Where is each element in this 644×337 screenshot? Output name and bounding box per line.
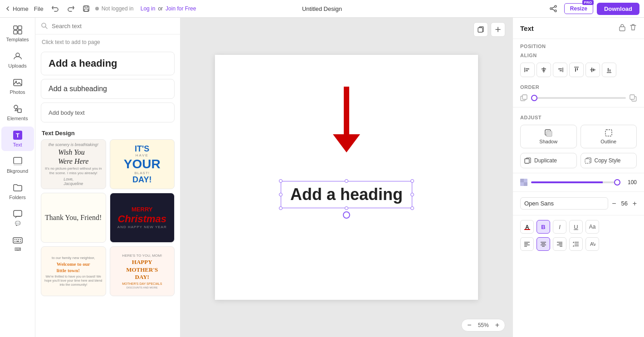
- share-button[interactable]: [546, 1, 561, 16]
- right-resize-handle[interactable]: [508, 18, 512, 337]
- add-body-button[interactable]: Add body text: [41, 103, 175, 122]
- zoom-in-button[interactable]: +: [495, 321, 499, 329]
- text-template-merry[interactable]: MERRY Christmas AND HAPPY NEW YEAR: [110, 193, 175, 243]
- download-button[interactable]: Download: [597, 3, 639, 15]
- rotate-handle[interactable]: [343, 211, 350, 219]
- align-bottom-button[interactable]: [602, 63, 616, 77]
- italic-label: I: [559, 224, 561, 230]
- save-icon-button[interactable]: [80, 2, 93, 15]
- shadow-button[interactable]: Shadow: [520, 125, 577, 148]
- right-panel-title: Text: [520, 24, 534, 32]
- text-template-welcome[interactable]: to our family new neighbor, Welcome to o…: [41, 246, 106, 296]
- align-right-button[interactable]: [553, 63, 567, 77]
- resize-handle-ml[interactable]: [279, 193, 283, 196]
- folder-icon: [13, 183, 23, 193]
- resize-handle-tr[interactable]: [410, 179, 414, 183]
- undo-button[interactable]: [49, 2, 62, 15]
- upload-icon: [13, 51, 23, 61]
- special-characters-button[interactable]: AV: [585, 237, 599, 251]
- resize-handle-mr[interactable]: [410, 193, 414, 196]
- sidebar-item-elements[interactable]: Elements: [1, 100, 34, 125]
- svg-rect-46: [560, 70, 562, 71]
- font-size-control: − 56 +: [612, 200, 637, 208]
- selected-text-box[interactable]: Add a heading: [281, 181, 412, 208]
- underline-button[interactable]: U: [569, 220, 583, 234]
- sidebar-item-folders[interactable]: Folders: [1, 179, 34, 204]
- login-link[interactable]: Log in: [141, 5, 156, 12]
- italic-button[interactable]: I: [553, 220, 566, 234]
- sidebar-item-background[interactable]: Bkground: [1, 153, 34, 177]
- text-template-thank[interactable]: Thank You, Friend!: [41, 193, 106, 243]
- duplicate-button[interactable]: Duplicate: [520, 153, 577, 168]
- brush-icon: [13, 156, 23, 166]
- font-size-decrease[interactable]: −: [612, 200, 616, 208]
- sidebar-item-text[interactable]: T Text: [1, 127, 34, 151]
- align-left-button[interactable]: [520, 63, 535, 77]
- sidebar-label-photos: Photos: [10, 89, 25, 95]
- text-template-mothers[interactable]: HERE'S TO YOU, MOM! HAPPYMOTHER'SDAY! MO…: [110, 246, 175, 296]
- redo-button[interactable]: [64, 2, 77, 15]
- svg-rect-62: [605, 130, 612, 136]
- svg-rect-13: [14, 79, 22, 86]
- align-text-right-button[interactable]: [553, 237, 566, 251]
- sidebar-label-templates: Templates: [6, 37, 29, 42]
- align-text-center-button[interactable]: [537, 237, 550, 251]
- sidebar-item-keyboard[interactable]: ⌨: [1, 231, 34, 255]
- sidebar-item-comments[interactable]: 💬: [1, 205, 34, 230]
- sidebar-item-uploads[interactable]: Uploads: [1, 48, 34, 72]
- chevron-left-icon: [5, 5, 11, 12]
- resize-handle-tm[interactable]: [345, 179, 348, 183]
- line-spacing-button[interactable]: [569, 237, 583, 251]
- resize-handle-tl[interactable]: [279, 179, 283, 183]
- left-resize-handle[interactable]: [181, 18, 185, 337]
- zoom-out-button[interactable]: −: [467, 321, 471, 329]
- font-size-increase[interactable]: +: [633, 200, 637, 208]
- duplicate-page-button[interactable]: [473, 22, 488, 37]
- lock-icon[interactable]: [619, 23, 626, 33]
- copy-style-button[interactable]: Copy Style: [581, 153, 637, 168]
- search-input[interactable]: [52, 23, 175, 29]
- text-case-button[interactable]: Aa: [585, 220, 599, 234]
- add-page-button[interactable]: [491, 22, 505, 37]
- add-subheading-button[interactable]: Add a subheading: [41, 79, 175, 99]
- align-top-button[interactable]: [569, 63, 584, 77]
- bold-button[interactable]: B: [537, 220, 550, 234]
- order-slider[interactable]: [531, 97, 626, 99]
- resize-handle-br[interactable]: [410, 206, 414, 210]
- copy-style-icon: [585, 157, 592, 164]
- resize-button[interactable]: Resize PRO: [564, 3, 593, 14]
- sidebar-label-comments: 💬: [15, 221, 20, 226]
- text-template-wish[interactable]: the scenery is breathtaking! Wish YouWer…: [41, 139, 106, 189]
- join-link[interactable]: Join for Free: [166, 5, 196, 12]
- outline-button[interactable]: Outline: [581, 125, 637, 148]
- sidebar-item-photos[interactable]: Photos: [1, 74, 34, 98]
- svg-rect-8: [14, 26, 17, 29]
- file-menu[interactable]: File: [31, 4, 46, 14]
- svg-rect-24: [16, 239, 17, 240]
- font-selector[interactable]: Open Sans Arial Georgia Times New Roman …: [520, 197, 608, 210]
- align-middle-h-button[interactable]: [585, 63, 600, 77]
- text-template-its[interactable]: IT'S HAVE YOUR BLAST! DAY!: [110, 139, 175, 189]
- duplicate-element-icon: [524, 157, 532, 164]
- design-title[interactable]: Untitled Design: [302, 5, 342, 12]
- align-text-left-button[interactable]: [520, 237, 534, 251]
- svg-rect-45: [558, 68, 562, 69]
- align-center-v-button[interactable]: [537, 63, 551, 77]
- add-heading-button[interactable]: Add a heading: [41, 52, 175, 75]
- keyboard-icon: [13, 235, 23, 245]
- topbar: Home File Not logged in Log in or Join f…: [0, 0, 644, 18]
- body-label: Add body text: [49, 109, 85, 116]
- opacity-slider[interactable]: [531, 181, 620, 183]
- sidebar-item-templates[interactable]: Templates: [1, 21, 34, 46]
- home-button[interactable]: Home: [5, 5, 29, 12]
- grid-icon: [13, 25, 23, 35]
- canvas[interactable]: Add a heading: [215, 55, 478, 300]
- delete-icon[interactable]: [629, 23, 637, 33]
- auth-separator: [136, 5, 137, 12]
- text-color-button[interactable]: A: [520, 220, 534, 234]
- resize-handle-bl[interactable]: [279, 206, 283, 210]
- share-icon: [549, 5, 557, 13]
- shadow-icon: [544, 129, 552, 137]
- svg-rect-10: [14, 30, 17, 34]
- resize-handle-bm[interactable]: [345, 206, 348, 210]
